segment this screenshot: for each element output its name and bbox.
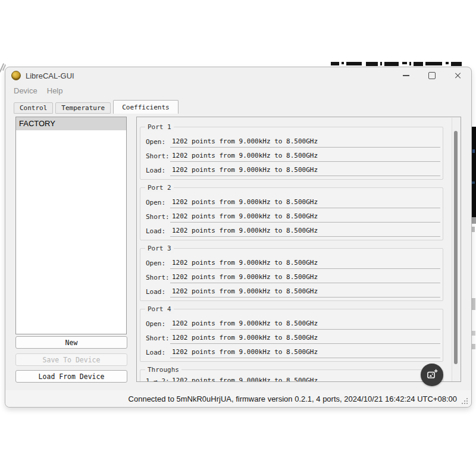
menu-bar: Device Help <box>5 84 471 98</box>
coefficient-value: 1202 points from 9.000kHz to 8.500GHz <box>170 273 440 283</box>
coefficient-row: Short: 1202 points from 9.000kHz to 8.50… <box>143 208 440 223</box>
background-window-artifact <box>471 127 476 217</box>
coefficient-label: Open: <box>143 138 170 148</box>
coefficient-row: Load: 1202 points from 9.000kHz to 8.500… <box>143 162 440 176</box>
resize-grip[interactable] <box>461 397 468 405</box>
coefficient-label: Load: <box>143 349 170 358</box>
coefficient-row: Short: 1202 points from 9.000kHz to 8.50… <box>143 269 440 283</box>
group-title: Port 2 <box>145 183 174 192</box>
close-icon <box>455 72 462 79</box>
coefficient-label: Load: <box>143 227 170 237</box>
background-window-artifact <box>471 344 475 349</box>
coefficient-label: Short: <box>143 213 170 223</box>
coefficient-row: Load: 1202 points from 9.000kHz to 8.500… <box>143 223 440 237</box>
background-window-artifact <box>471 217 476 224</box>
group-port-4: Port 4 Open: 1202 points from 9.000kHz t… <box>140 309 443 362</box>
coefficient-row: Open: 1202 points from 9.000kHz to 8.500… <box>143 315 440 330</box>
coefficient-row: Load: 1202 points from 9.000kHz to 8.500… <box>143 344 440 358</box>
coefficient-label: Open: <box>143 320 170 330</box>
group-title: Throughs <box>145 365 181 374</box>
coefficient-value: 1202 points from 9.000kHz to 8.500GHz <box>170 227 440 237</box>
group-throughs: Throughs 1 → 2: 1202 points from 9.000kH… <box>140 369 443 382</box>
coefficient-row: Open: 1202 points from 9.000kHz to 8.500… <box>143 194 440 208</box>
status-bar: Connected to 5mNkR0uHrjUA, firmware vers… <box>5 390 471 407</box>
title-bar[interactable]: LibreCAL-GUI <box>5 67 471 84</box>
coefficient-label: Short: <box>143 274 170 283</box>
list-item-factory[interactable]: FACTORY <box>16 117 126 130</box>
window-controls <box>393 67 471 84</box>
coefficient-row: Short: 1202 points from 9.000kHz to 8.50… <box>143 330 440 344</box>
coefficient-row: 1 → 2: 1202 points from 9.000kHz to 8.50… <box>143 372 440 382</box>
coefficient-label: Load: <box>143 288 170 298</box>
background-window-artifact <box>471 298 475 310</box>
tab-temperature[interactable]: Temperature <box>55 102 111 114</box>
coefficients-scroll-area: Port 1 Open: 1202 points from 9.000kHz t… <box>136 117 461 382</box>
coefficient-label: Short: <box>143 334 170 344</box>
minimize-button[interactable] <box>393 67 419 84</box>
coefficient-value: 1202 points from 9.000kHz to 8.500GHz <box>170 334 440 344</box>
coefficient-label: Load: <box>143 167 170 176</box>
coefficient-set-list[interactable]: FACTORY <box>15 117 127 334</box>
load-from-device-button[interactable]: Load From Device <box>15 370 127 383</box>
group-title: Port 4 <box>145 305 174 314</box>
minimize-icon <box>403 75 409 76</box>
save-to-device-button: Save To Device <box>15 353 127 366</box>
new-button[interactable]: New <box>15 336 127 349</box>
add-image-button[interactable] <box>421 364 443 386</box>
maximize-button[interactable] <box>419 67 445 84</box>
coefficient-row: Open: 1202 points from 9.000kHz to 8.500… <box>143 255 440 269</box>
vertical-scrollbar[interactable] <box>452 118 460 382</box>
add-image-icon <box>426 369 438 381</box>
group-port-1: Port 1 Open: 1202 points from 9.000kHz t… <box>140 127 443 180</box>
coefficient-label: 1 → 2: <box>143 377 170 382</box>
connection-status: Connected to 5mNkR0uHrjUA, firmware vers… <box>129 394 457 403</box>
coefficient-value: 1202 points from 9.000kHz to 8.500GHz <box>170 198 440 208</box>
scrollbar-handle[interactable] <box>454 131 458 364</box>
coefficient-row: Open: 1202 points from 9.000kHz to 8.500… <box>143 133 440 148</box>
group-title: Port 3 <box>145 244 174 253</box>
background-window-artifact <box>472 331 475 336</box>
coefficient-value: 1202 points from 9.000kHz to 8.500GHz <box>170 212 440 223</box>
coefficient-value: 1202 points from 9.000kHz to 8.500GHz <box>170 259 440 269</box>
coefficient-value: 1202 points from 9.000kHz to 8.500GHz <box>170 377 440 382</box>
desktop-canvas: LibreCAL-GUI Device Help Control Tempera… <box>0 0 476 476</box>
coefficient-value: 1202 points from 9.000kHz to 8.500GHz <box>170 152 440 162</box>
close-button[interactable] <box>445 67 471 84</box>
coefficient-value: 1202 points from 9.000kHz to 8.500GHz <box>170 348 440 358</box>
group-port-2: Port 2 Open: 1202 points from 9.000kHz t… <box>140 187 443 240</box>
coefficient-value: 1202 points from 9.000kHz to 8.500GHz <box>170 137 440 148</box>
window-title: LibreCAL-GUI <box>26 71 74 80</box>
group-port-3: Port 3 Open: 1202 points from 9.000kHz t… <box>140 248 443 301</box>
maximize-icon <box>428 72 436 79</box>
tab-coefficients[interactable]: Coefficients <box>113 100 178 114</box>
coefficient-value: 1202 points from 9.000kHz to 8.500GHz <box>170 166 440 176</box>
coefficient-row: Short: 1202 points from 9.000kHz to 8.50… <box>143 148 440 162</box>
coefficient-row: Load: 1202 points from 9.000kHz to 8.500… <box>143 283 440 298</box>
coefficient-label: Open: <box>143 199 170 208</box>
app-window: LibreCAL-GUI Device Help Control Tempera… <box>5 67 472 408</box>
menu-device[interactable]: Device <box>9 86 42 95</box>
menu-help[interactable]: Help <box>42 86 68 95</box>
tab-bar: Control Temperature Coefficients <box>14 100 178 114</box>
coefficient-label: Short: <box>143 152 170 162</box>
coefficient-value: 1202 points from 9.000kHz to 8.500GHz <box>170 320 440 330</box>
coefficient-label: Open: <box>143 259 170 269</box>
tab-control[interactable]: Control <box>14 102 53 114</box>
app-icon <box>11 71 21 80</box>
coefficient-value: 1202 points from 9.000kHz to 8.500GHz <box>170 287 440 298</box>
group-title: Port 1 <box>145 123 174 131</box>
